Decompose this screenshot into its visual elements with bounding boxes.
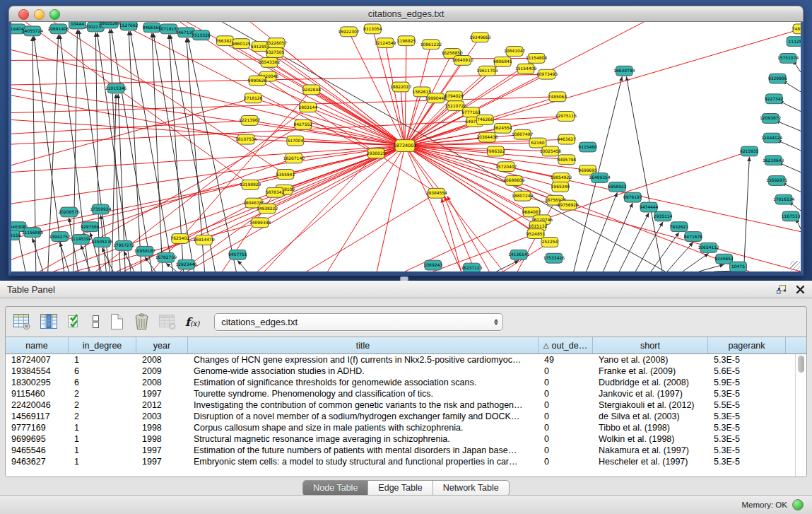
network-edge[interactable] (307, 193, 437, 271)
table-cell[interactable]: 9115460 (6, 389, 69, 399)
network-edge[interactable] (777, 140, 801, 151)
column-header-year[interactable]: year (136, 337, 188, 354)
table-cell[interactable]: Investigating the contribution of common… (188, 400, 539, 410)
network-node[interactable]: 7515526 (192, 30, 211, 40)
network-node[interactable]: 15692971 (766, 176, 788, 186)
network-node[interactable]: 10654112 (698, 243, 720, 252)
network-node[interactable]: 12444124 (761, 133, 783, 143)
table-cell[interactable]: 2 (69, 389, 136, 399)
table-cell[interactable]: Yano et al. (2008) (593, 355, 708, 365)
network-node[interactable]: 18107534 (235, 134, 257, 144)
network-node[interactable]: 20364436 (476, 132, 498, 142)
network-node[interactable]: 11154808 (526, 53, 548, 63)
zoom-window-icon[interactable] (49, 9, 60, 20)
network-node[interactable]: 8495798 (558, 155, 577, 165)
network-node[interactable]: 6794028 (445, 91, 464, 101)
network-node[interactable]: 7986322 (486, 146, 505, 156)
network-node[interactable]: 9329906 (768, 74, 787, 83)
table-cell[interactable]: 2012 (136, 400, 188, 410)
table-cell[interactable]: 0 (539, 411, 593, 421)
network-edge[interactable] (111, 29, 152, 271)
network-node[interactable]: 9524851 (526, 229, 546, 239)
tab-network-table[interactable]: Network Table (433, 481, 509, 496)
row-height-button[interactable] (91, 313, 100, 330)
network-edge[interactable] (129, 31, 141, 271)
network-node[interactable]: 19349663 (469, 33, 491, 42)
network-edge[interactable] (222, 22, 665, 271)
table-cell[interactable]: 18300295 (6, 378, 69, 387)
table-cell[interactable]: 5.3E-5 (708, 457, 786, 467)
table-cell[interactable]: 2009 (136, 366, 188, 376)
network-node[interactable]: 17957272 (113, 240, 135, 250)
network-graph[interactable]: 1872400729300251938455418822017156261519… (11, 22, 801, 271)
select-attributes-button[interactable] (66, 313, 83, 331)
network-node[interactable]: 20691406 (47, 24, 69, 34)
network-node[interactable]: 19384554 (426, 188, 448, 198)
network-node[interactable]: 13505135 (91, 238, 113, 247)
network-node[interactable]: 15751074 (777, 53, 799, 63)
table-cell[interactable]: 0 (539, 400, 593, 410)
network-node[interactable]: 18267140 (283, 153, 305, 163)
network-edge[interactable] (81, 245, 90, 271)
network-node[interactable]: 16648784 (613, 66, 635, 76)
network-node[interactable]: 14938222 (257, 204, 278, 214)
network-node[interactable]: 746266 (476, 115, 493, 125)
network-edge[interactable] (60, 242, 69, 271)
column-header-title[interactable]: title (188, 337, 539, 354)
table-cell[interactable]: 5.9E-5 (708, 378, 786, 387)
table-cell[interactable]: 0 (539, 445, 593, 455)
network-node[interactable]: 8215935 (740, 146, 759, 156)
network-node[interactable]: 15720407 (495, 162, 517, 172)
network-edge[interactable] (405, 146, 538, 226)
network-node[interactable]: 13198829 (240, 180, 261, 189)
table-cell[interactable]: 2008 (136, 378, 188, 387)
table-cell[interactable]: 0 (539, 457, 593, 467)
network-node[interactable]: 12124549 (375, 38, 396, 48)
minimize-window-icon[interactable] (34, 9, 45, 20)
table-cell[interactable]: 1997 (136, 457, 188, 467)
table-cell[interactable]: Nakamura et al. (1997) (593, 445, 708, 455)
network-node[interactable]: 10958187 (134, 246, 156, 256)
network-node[interactable]: 16409354 (589, 173, 611, 183)
table-settings-button[interactable] (13, 313, 32, 331)
scrollbar-thumb[interactable] (798, 356, 804, 373)
tab-node-table[interactable]: Node Table (303, 481, 368, 496)
tab-edge-table[interactable]: Edge Table (368, 481, 433, 496)
table-cell[interactable]: 5.5E-5 (708, 400, 786, 410)
function-builder-button[interactable]: f(x) (185, 315, 199, 329)
network-node[interactable]: 10444 (69, 22, 86, 29)
network-edge[interactable] (95, 33, 99, 271)
column-header-short[interactable]: short (593, 337, 708, 354)
network-edge[interactable] (775, 120, 801, 131)
table-cell[interactable]: 9777169 (6, 423, 69, 433)
table-cell[interactable]: 49 (539, 355, 593, 365)
network-node[interactable]: 9313159 (11, 230, 20, 240)
network-edge[interactable] (11, 74, 547, 85)
table-cell[interactable]: 14569117 (6, 411, 69, 421)
table-cell[interactable]: 9699695 (6, 434, 69, 444)
table-cell[interactable]: Tourette syndrome. Phenomenology and cla… (188, 389, 539, 399)
network-edge[interactable] (445, 197, 476, 271)
table-cell[interactable]: Estimation of significance thresholds fo… (188, 378, 539, 387)
vertical-scrollbar[interactable] (795, 354, 806, 477)
network-node[interactable]: 7632621 (670, 222, 689, 232)
table-cell[interactable]: 2003 (136, 411, 188, 421)
network-edge[interactable] (651, 233, 679, 271)
network-edge[interactable] (699, 264, 724, 271)
network-node[interactable]: 17359924 (90, 204, 112, 214)
table-cell[interactable]: 0 (539, 434, 593, 444)
network-node[interactable]: 16237123 (461, 263, 483, 271)
table-cell[interactable]: Dudbridge et al. (2008) (593, 378, 708, 387)
network-node[interactable]: 11125 (787, 37, 801, 47)
network-edge[interactable] (11, 50, 405, 146)
table-row[interactable]: 969969511998Structural magnetic resonanc… (6, 433, 806, 445)
table-cell[interactable]: Structural magnetic resonance image aver… (188, 434, 539, 444)
network-node[interactable]: 20206576 (58, 207, 80, 217)
table-cell[interactable]: 6 (69, 378, 136, 387)
network-node[interactable]: 1089243 (424, 260, 443, 270)
network-node[interactable]: 13942757 (49, 232, 71, 242)
network-node[interactable]: 24055724 (22, 26, 44, 36)
table-cell[interactable]: Hescheler et al. (1997) (593, 457, 708, 467)
network-node[interactable]: 2718126 (244, 93, 263, 103)
network-node[interactable]: 1527602 (119, 22, 139, 30)
